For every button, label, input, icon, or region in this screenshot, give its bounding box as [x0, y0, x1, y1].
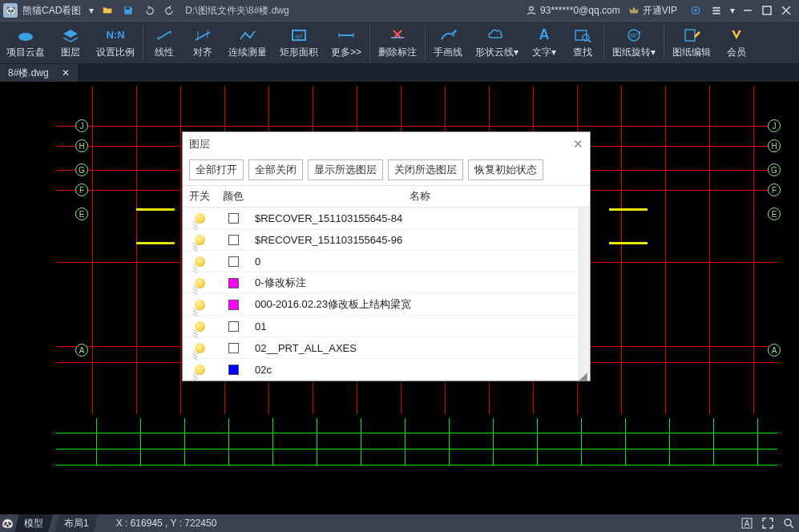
theme-icon[interactable] — [687, 2, 704, 19]
color-swatch[interactable] — [228, 278, 239, 288]
svg-rect-26 — [575, 30, 587, 40]
lightbulb-icon[interactable] — [195, 213, 205, 224]
dialog-close-icon[interactable]: ✕ — [573, 137, 583, 151]
layer-row[interactable]: 0-修改标注 — [183, 272, 590, 294]
minimize-button[interactable] — [738, 2, 757, 19]
document-tab[interactable]: 8#楼.dwg ✕ — [0, 64, 78, 82]
svg-rect-5 — [712, 10, 720, 11]
layer-row[interactable]: 02__PRT_ALL_AXES — [183, 337, 590, 359]
color-swatch[interactable] — [228, 235, 239, 245]
document-tabstrip: 8#楼.dwg ✕ — [0, 64, 799, 82]
layers-dialog: 图层 ✕ 全部打开 全部关闭 显示所选图层 关闭所选图层 恢复初始状态 开关 颜… — [182, 131, 591, 381]
lightbulb-icon[interactable] — [195, 300, 205, 310]
tool-edit-drawing[interactable]: 图纸编辑 — [666, 25, 717, 61]
color-swatch[interactable] — [228, 343, 239, 353]
tool-more[interactable]: 更多>> — [325, 25, 368, 61]
vip-button[interactable]: 开通VIP — [628, 4, 677, 18]
save-icon[interactable] — [119, 2, 137, 19]
settings-icon[interactable] — [708, 2, 725, 19]
color-swatch[interactable] — [228, 321, 239, 332]
chevron-down-icon[interactable]: ▾ — [89, 5, 94, 16]
drawing-line — [405, 418, 406, 466]
color-swatch[interactable] — [228, 300, 239, 310]
tool-text[interactable]: A文字▾ — [525, 25, 563, 61]
axis-bubble: E — [768, 208, 781, 220]
axis-bubble: J — [75, 119, 88, 132]
tab-close-icon[interactable]: ✕ — [62, 67, 70, 79]
tool-freehand[interactable]: 手画线 — [427, 25, 469, 61]
maximize-button[interactable] — [757, 2, 777, 19]
color-swatch[interactable] — [228, 213, 239, 224]
lightbulb-icon[interactable] — [195, 321, 205, 332]
tool-rect-area[interactable]: m²矩形面积 — [273, 25, 325, 61]
layer-row[interactable]: 0 — [183, 251, 590, 272]
color-swatch[interactable] — [228, 256, 239, 267]
svg-rect-0 — [126, 7, 130, 10]
app-name: 熊猫CAD看图 — [22, 4, 81, 18]
dialog-scrollbar[interactable] — [579, 208, 590, 381]
drawing-line — [96, 418, 97, 466]
status-text-icon[interactable]: A — [738, 516, 756, 530]
svg-point-34 — [785, 519, 791, 526]
tool-layers[interactable]: 图层 — [51, 25, 90, 61]
open-folder-icon[interactable] — [99, 2, 116, 19]
tool-delete-annotation[interactable]: 删除标注 — [372, 25, 423, 61]
svg-text:90°: 90° — [630, 33, 639, 38]
drawing-line — [136, 208, 175, 211]
tool-align[interactable]: 对齐 — [184, 25, 222, 61]
lightbulb-icon[interactable] — [195, 278, 205, 288]
restore-button[interactable]: 恢复初始状态 — [468, 159, 543, 180]
tool-project-cloud[interactable]: 项目云盘 — [0, 25, 51, 61]
lightbulb-icon[interactable] — [195, 235, 205, 245]
axis-bubble: J — [768, 119, 781, 132]
close-all-button[interactable]: 全部关闭 — [248, 159, 303, 180]
status-fullscreen-icon[interactable] — [759, 516, 777, 530]
dialog-resize-handle[interactable]: ◢ — [579, 369, 590, 381]
svg-point-11 — [18, 33, 33, 41]
tool-member[interactable]: 会员 — [717, 25, 756, 61]
layer-name: 02__PRT_ALL_AXES — [250, 342, 590, 354]
statusbar-tab-layout1[interactable]: 布局1 — [54, 514, 99, 532]
drawing-line — [361, 418, 361, 466]
tool-linear[interactable]: 线性 — [145, 25, 184, 61]
color-swatch[interactable] — [228, 365, 239, 375]
col-header-color: 颜色 — [216, 186, 250, 207]
axis-bubble: A — [768, 344, 781, 357]
drawing-line — [56, 465, 777, 466]
tool-set-scale[interactable]: N:N设置比例 — [90, 25, 141, 61]
drawing-line — [493, 418, 494, 466]
tool-cloud-shape[interactable]: 形状云线▾ — [469, 25, 525, 61]
drawing-line — [140, 418, 141, 466]
undo-icon[interactable] — [140, 2, 158, 19]
drawing-line — [317, 418, 317, 466]
drawing-canvas[interactable]: JHGFEAJHGFEA 图层 ✕ 全部打开 全部关闭 显示所选图层 关闭所选图… — [0, 82, 799, 514]
layer-row[interactable]: 000-2016.02.23修改板上结构梁宽 — [183, 294, 590, 316]
svg-line-12 — [158, 31, 171, 39]
svg-rect-6 — [712, 13, 720, 14]
dialog-table-body: $RECOVER_151103155645-84$RECOVER_1511031… — [183, 208, 590, 381]
drawing-line — [272, 418, 273, 466]
drawing-line — [713, 418, 714, 466]
tab-label: 8#楼.dwg — [8, 66, 49, 80]
hide-selected-button[interactable]: 关闭所选图层 — [388, 159, 463, 180]
close-button[interactable] — [777, 2, 796, 19]
layer-row[interactable]: $RECOVER_151103155645-84 — [183, 208, 590, 229]
show-selected-button[interactable]: 显示所选图层 — [308, 159, 383, 180]
layer-row[interactable]: 02c — [183, 359, 590, 381]
lightbulb-icon[interactable] — [195, 256, 205, 267]
tool-continuous-measure[interactable]: 连续测量 — [222, 25, 273, 61]
layer-row[interactable]: $RECOVER_151103155645-96 — [183, 229, 590, 251]
lightbulb-icon[interactable] — [195, 343, 205, 353]
statusbar-tab-model[interactable]: 模型 — [14, 514, 53, 532]
settings-chevron-icon[interactable]: ▾ — [730, 5, 735, 16]
tool-find[interactable]: 查找 — [563, 25, 602, 61]
open-all-button[interactable]: 全部打开 — [189, 159, 244, 180]
user-account[interactable]: 93******0@qq.com — [526, 5, 620, 16]
tool-rotate[interactable]: 90°图纸旋转▾ — [606, 25, 662, 61]
lightbulb-icon[interactable] — [195, 365, 205, 375]
status-magnify-icon[interactable] — [780, 516, 797, 530]
layer-name: 0 — [250, 256, 590, 268]
layer-row[interactable]: 01 — [183, 316, 590, 337]
dialog-header[interactable]: 图层 ✕ — [183, 132, 590, 156]
redo-icon[interactable] — [161, 2, 179, 19]
